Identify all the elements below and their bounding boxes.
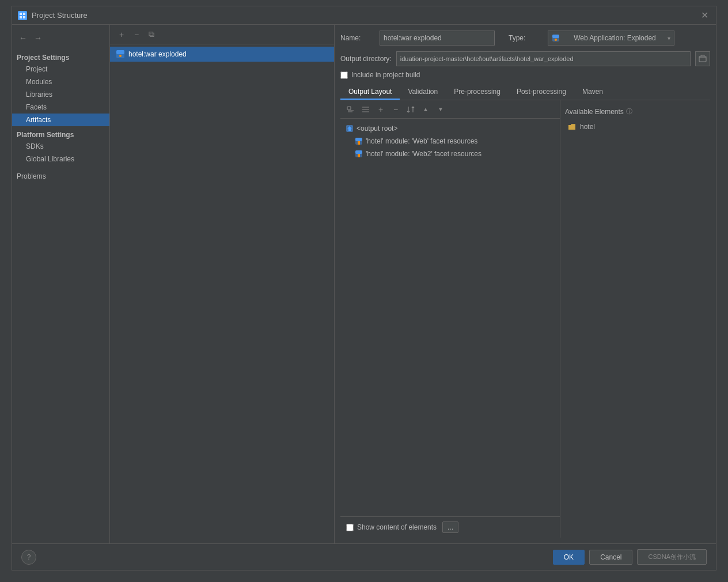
svg-rect-11 <box>347 107 351 109</box>
include-build-label: Include in project build <box>351 71 420 79</box>
module-web2-icon <box>354 149 363 158</box>
available-elements-header: Available Elements ⓘ <box>565 105 706 118</box>
tab-validation[interactable]: Validation <box>400 85 446 100</box>
name-type-row: Name: Type: Web Application: Exploded ▾ <box>340 31 710 46</box>
project-structure-dialog: Project Structure ✕ ← → Project Settings… <box>12 6 716 570</box>
help-button[interactable]: ? <box>21 550 36 565</box>
artifact-item[interactable]: hotel:war exploded <box>110 47 334 62</box>
svg-rect-19 <box>358 154 360 157</box>
show-content-options-button[interactable]: ... <box>442 521 458 533</box>
module-web-icon <box>354 137 363 146</box>
bottom-bar: ? OK Cancel CSDNA创作小流 <box>12 543 716 570</box>
cancel-button[interactable]: Cancel <box>589 550 632 565</box>
available-item-hotel-label: hotel <box>580 123 595 131</box>
output-root-icon <box>345 124 354 133</box>
svg-rect-8 <box>552 35 559 38</box>
layout-tree: <output root> 'hotel' mod <box>340 119 560 516</box>
sidebar-item-global-libraries[interactable]: Global Libraries <box>12 153 109 165</box>
type-label: Type: <box>509 34 543 42</box>
artifact-web-icon <box>116 50 125 59</box>
tab-output-layout[interactable]: Output Layout <box>340 85 400 100</box>
include-build-checkbox[interactable] <box>340 71 348 79</box>
show-content-btn[interactable] <box>344 103 358 116</box>
sidebar-item-libraries[interactable]: Libraries <box>12 88 109 101</box>
sort-btn[interactable] <box>404 103 418 116</box>
tab-maven[interactable]: Maven <box>574 85 611 100</box>
copy-artifact-button[interactable]: ⧉ <box>145 28 158 41</box>
list-view-btn[interactable] <box>359 103 373 116</box>
sidebar-item-problems[interactable]: Problems <box>12 170 109 183</box>
tree-item-web-facet[interactable]: 'hotel' module: 'Web' facet resources <box>340 135 560 148</box>
tree-item-output-root[interactable]: <output root> <box>340 122 560 135</box>
sidebar-item-project[interactable]: Project <box>12 63 109 75</box>
name-input[interactable] <box>380 31 495 46</box>
svg-rect-1 <box>23 13 25 15</box>
svg-rect-18 <box>355 150 362 154</box>
nav-toolbar: ← → <box>12 29 109 47</box>
dialog-icon <box>18 11 27 20</box>
type-select-caret: ▾ <box>668 35 670 41</box>
svg-point-6 <box>119 55 122 57</box>
move-up-btn[interactable]: ▲ <box>419 103 433 116</box>
sidebar-item-artifacts[interactable]: Artifacts <box>12 114 109 126</box>
type-select-label: Web Application: Exploded <box>574 34 656 42</box>
remove-element-btn[interactable]: − <box>389 103 403 116</box>
svg-rect-10 <box>699 56 706 62</box>
platform-settings-header: Platform Settings <box>12 126 109 140</box>
name-label: Name: <box>340 34 375 42</box>
output-dir-row: Output directory: <box>340 51 710 66</box>
artifact-toolbar: + − ⧉ <box>110 25 334 44</box>
output-dir-input[interactable] <box>396 51 691 66</box>
svg-rect-15 <box>355 138 362 141</box>
layout-left: + − ▲ ▼ <box>340 100 560 538</box>
artifact-list: hotel:war exploded <box>110 44 334 543</box>
output-root-label: <output root> <box>357 124 397 133</box>
tab-pre-processing[interactable]: Pre-processing <box>446 85 509 100</box>
available-item-hotel[interactable]: hotel <box>565 120 706 133</box>
ok-button[interactable]: OK <box>553 550 585 565</box>
show-content-label: Show content of elements <box>357 523 437 531</box>
svg-rect-16 <box>358 141 360 145</box>
artifact-item-label: hotel:war exploded <box>128 50 187 58</box>
show-content-row: Show content of elements ... <box>340 516 560 538</box>
include-build-row: Include in project build <box>340 71 710 79</box>
svg-rect-0 <box>20 13 22 15</box>
add-element-btn[interactable]: + <box>374 103 388 116</box>
help-icon[interactable]: ⓘ <box>626 107 632 116</box>
close-button[interactable]: ✕ <box>699 10 710 21</box>
tab-post-processing[interactable]: Post-processing <box>509 85 574 100</box>
artifact-list-panel: + − ⧉ ho <box>110 25 335 543</box>
type-select[interactable]: Web Application: Exploded ▾ <box>548 31 674 46</box>
remove-artifact-button[interactable]: − <box>130 28 143 41</box>
detail-panel: Name: Type: Web Application: Exploded ▾ <box>335 25 716 543</box>
dialog-title: Project Structure <box>32 11 88 20</box>
svg-point-9 <box>555 39 557 41</box>
browse-output-dir-button[interactable] <box>695 51 710 66</box>
back-button[interactable]: ← <box>17 32 29 44</box>
tabs-bar: Output Layout Validation Pre-processing … <box>340 85 710 100</box>
add-artifact-button[interactable]: + <box>115 28 128 41</box>
forward-button[interactable]: → <box>32 32 44 44</box>
titlebar-left: Project Structure <box>18 11 88 20</box>
external-link-button[interactable]: CSDNA创作小流 <box>637 549 707 565</box>
available-elements-label: Available Elements <box>565 108 624 116</box>
svg-rect-3 <box>23 16 25 18</box>
move-down-btn[interactable]: ▼ <box>434 103 448 116</box>
show-content-checkbox[interactable] <box>346 524 354 531</box>
hotel-folder-icon <box>567 122 577 131</box>
svg-rect-5 <box>116 50 124 54</box>
available-elements-panel: Available Elements ⓘ hotel <box>560 100 710 538</box>
sidebar-item-modules[interactable]: Modules <box>12 75 109 88</box>
web-facet-label: 'hotel' module: 'Web' facet resources <box>366 137 477 145</box>
titlebar: Project Structure ✕ <box>12 6 716 25</box>
layout-toolbar: + − ▲ ▼ <box>340 100 560 119</box>
main-content: ← → Project Settings Project Modules Lib… <box>12 25 716 543</box>
web2-facet-label: 'hotel' module: 'Web2' facet resources <box>366 150 481 158</box>
sidebar-item-sdks[interactable]: SDKs <box>12 140 109 153</box>
type-select-icon <box>552 34 560 43</box>
sidebar: ← → Project Settings Project Modules Lib… <box>12 25 110 543</box>
layout-panel: + − ▲ ▼ <box>340 100 710 538</box>
sidebar-item-facets[interactable]: Facets <box>12 101 109 114</box>
tree-item-web2-facet[interactable]: 'hotel' module: 'Web2' facet resources <box>340 148 560 160</box>
project-settings-header: Project Settings <box>12 51 109 63</box>
